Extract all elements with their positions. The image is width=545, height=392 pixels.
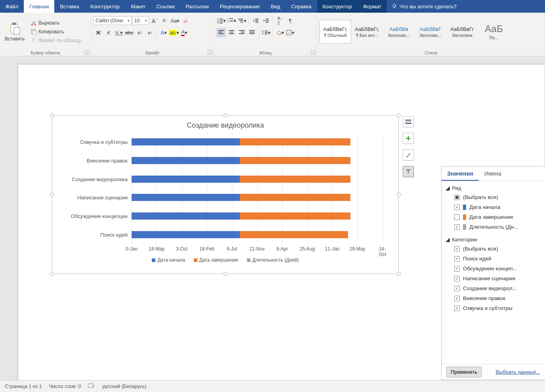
chart-legend[interactable]: Дата началаДата завершенияДлительность (… [52, 257, 398, 263]
underline-button[interactable]: Ч ▾ [114, 28, 124, 37]
chart-filters-button[interactable] [403, 166, 414, 177]
clear-format-button[interactable] [181, 16, 190, 25]
filter-series-item[interactable]: Дата завершения [446, 212, 541, 222]
layout-options-button[interactable] [403, 116, 414, 127]
chart-styles-button[interactable] [403, 149, 414, 161]
select-data-link[interactable]: Выбрать данные... [495, 369, 540, 375]
chart-bar[interactable] [132, 138, 350, 145]
tab-home[interactable]: Главная [24, 0, 54, 13]
filter-tab-names[interactable]: Имена [479, 166, 507, 181]
font-name-combo[interactable]: Calibri (Осно▾ [94, 16, 132, 25]
legend-item[interactable]: Дата начала [152, 257, 185, 263]
tab-help[interactable]: Справка [286, 0, 317, 13]
highlight-button[interactable]: ab▾ [169, 28, 179, 37]
filter-category-item[interactable]: ✓Создание видеорол... [446, 283, 541, 293]
justify-button[interactable] [247, 28, 257, 37]
tell-me[interactable]: Что вы хотите сделать? [387, 0, 461, 13]
status-page[interactable]: Страница 1 из 1 [5, 384, 42, 389]
grow-font-button[interactable]: A˄ [150, 16, 159, 25]
indent-button[interactable] [261, 16, 271, 25]
align-center-button[interactable] [227, 28, 236, 37]
filter-category-item[interactable]: ✓Поиск идей [446, 254, 541, 264]
resize-handle[interactable] [397, 113, 401, 117]
style-item[interactable]: АаБбВвГгЗаголовок [446, 20, 478, 44]
shrink-font-button[interactable]: A˅ [160, 16, 170, 25]
show-marks-button[interactable]: ¶ [285, 16, 295, 25]
legend-item[interactable]: Длительность (Дней) [247, 257, 299, 263]
copy-button[interactable]: Копировать [29, 28, 83, 36]
filter-series-header[interactable]: ◢Ряд [446, 184, 541, 192]
tab-review[interactable]: Рецензирование [214, 0, 265, 13]
chart-elements-button[interactable] [403, 133, 414, 144]
resize-handle[interactable] [397, 193, 401, 197]
resize-handle[interactable] [397, 272, 401, 276]
outdent-button[interactable] [251, 16, 260, 25]
filter-categories-header[interactable]: ◢Категории [446, 235, 541, 244]
tab-mailings[interactable]: Рассылки [180, 0, 214, 13]
format-painter-button[interactable]: Формат по образцу [29, 36, 83, 44]
resize-handle[interactable] [50, 113, 54, 117]
clipboard-dialog-launcher[interactable]: ↘ [85, 50, 90, 55]
style-item[interactable]: АаБбВвГг,¶ Обычный [319, 20, 351, 44]
filter-category-item[interactable]: ✓(Выбрать все) [446, 244, 541, 254]
line-spacing-button[interactable]: ▾ [261, 28, 271, 37]
style-item[interactable]: АаБбВвГг,¶ Без инт... [351, 20, 383, 44]
strike-button[interactable]: abc [124, 28, 134, 37]
filter-category-item[interactable]: ✓Озвучка и субтитры [446, 303, 541, 313]
filter-category-item[interactable]: ✓Внесение правок [446, 293, 541, 303]
change-case-button[interactable]: Aa▾ [170, 16, 180, 25]
superscript-button[interactable]: x2 [145, 28, 155, 37]
filter-series-select-all[interactable]: (Выбрать все) [446, 192, 541, 202]
filter-series-item[interactable]: ✓Дата начала [446, 202, 541, 212]
tab-layout[interactable]: Макет [125, 0, 151, 13]
apply-button[interactable]: Применить [446, 367, 482, 377]
shading-button[interactable]: ▾ [275, 28, 285, 37]
style-item[interactable]: АаБПо... [478, 20, 510, 44]
tab-design[interactable]: Конструктор [85, 0, 125, 13]
style-item[interactable]: АаБбВвГЗаголово... [415, 20, 446, 44]
tab-view[interactable]: Вид [265, 0, 286, 13]
paste-button[interactable]: Вставить [2, 21, 27, 42]
resize-handle[interactable] [50, 193, 54, 197]
chart-bar[interactable] [132, 176, 350, 183]
filter-series-item[interactable]: ✓Длительность (Дн... [446, 222, 541, 232]
spellcheck-icon[interactable] [88, 383, 95, 390]
status-word-count[interactable]: Число слов: 0 [49, 384, 81, 389]
font-dialog-launcher[interactable]: ↘ [208, 50, 212, 55]
bullets-button[interactable]: ▾ [216, 16, 226, 25]
subscript-button[interactable]: x2 [135, 28, 144, 37]
chart-object[interactable]: Создание видеоролика Озвучка и субтитрыВ… [52, 115, 399, 274]
align-right-button[interactable] [237, 28, 247, 37]
resize-handle[interactable] [224, 113, 228, 117]
italic-button[interactable]: К [104, 28, 113, 37]
tab-chart-design[interactable]: Конструктор [317, 0, 358, 13]
chart-bar[interactable] [132, 194, 350, 201]
align-left-button[interactable] [216, 28, 226, 37]
bold-button[interactable]: Ж [94, 28, 103, 37]
borders-button[interactable]: ▾ [285, 28, 295, 37]
tab-chart-format[interactable]: Формат [358, 0, 387, 13]
sort-button[interactable]: A↓Z [275, 16, 285, 25]
filter-category-item[interactable]: ✓Обсуждение концеп... [446, 264, 541, 273]
chart-title[interactable]: Создание видеоролика [52, 116, 398, 133]
chart-bar[interactable] [132, 157, 350, 164]
font-color-button[interactable]: A▾ [180, 28, 189, 37]
chart-bar[interactable] [132, 212, 350, 220]
status-language[interactable]: русский (Беларусь) [102, 384, 146, 389]
paragraph-dialog-launcher[interactable]: ↘ [311, 50, 316, 55]
resize-handle[interactable] [50, 272, 54, 276]
cut-button[interactable]: Вырезать [29, 19, 83, 27]
filter-tab-values[interactable]: Значения [442, 166, 479, 181]
resize-handle[interactable] [224, 272, 228, 276]
filter-category-item[interactable]: ✓Написание сценария [446, 273, 541, 283]
numbering-button[interactable]: 12▾ [227, 16, 236, 25]
multilevel-button[interactable]: ▾ [237, 16, 247, 25]
chart-bar[interactable] [132, 231, 348, 238]
tab-references[interactable]: Ссылки [151, 0, 180, 13]
text-effects-button[interactable]: A▾ [159, 28, 168, 37]
legend-item[interactable]: Дата завершения [194, 257, 238, 263]
tab-file[interactable]: Файл [0, 0, 24, 13]
style-item[interactable]: АаБбВвЗаголово... [383, 20, 415, 44]
font-size-combo[interactable]: 10▾ [132, 16, 149, 25]
tab-insert[interactable]: Вставка [54, 0, 84, 13]
